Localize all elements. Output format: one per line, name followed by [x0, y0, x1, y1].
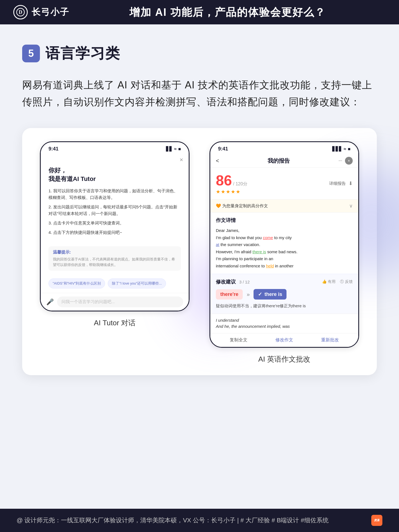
- description: 网易有道词典上线了 AI 对话和基于 AI 技术的英语作文批改功能，支持一键上传…: [22, 76, 377, 110]
- phone1-label: AI Tutor 对话: [94, 318, 135, 328]
- tutor-point3: 3. 点击卡片中任意英文单词可快捷查词。: [48, 220, 181, 226]
- logo-text: 长弓小子: [32, 6, 69, 18]
- close-icon[interactable]: ×: [180, 156, 183, 163]
- phone2-frame: 9:41 ▋▋▋ ≈ ■ < 我的报告 ···: [209, 141, 359, 348]
- mic-icon[interactable]: 🎤: [46, 298, 54, 306]
- expand-icon: ∨: [349, 203, 353, 209]
- highlight-held: held: [266, 264, 274, 268]
- correction-title: 修改建议: [216, 279, 236, 285]
- bottom-actions: 复制全文 修改作文 重新批改: [210, 333, 358, 347]
- warm-tip-text: 我的回答仅基于AI算法，不代表网易有道的观点。如果我的回答质量不佳，希望可以获得…: [53, 257, 177, 267]
- correction-header: 修改建议 3 / 12 👍 有用 ① 反馈: [216, 278, 353, 285]
- phone1-wrapper: 9:41 ▋▋ ≈ ■ × 你好， 我是有道AI Tutor: [35, 141, 194, 364]
- tutor-points: 1. 我可以回答你关于语言学习和使用的问题，如语法分析、句子润色、模糊查词、写作…: [48, 188, 181, 236]
- correction-section: 修改建议 3 / 12 👍 有用 ① 反馈 there're »: [210, 274, 358, 314]
- phone1-frame: 9:41 ▋▋ ≈ ■ × 你好， 我是有道AI Tutor: [40, 141, 190, 311]
- phone1-status-icons: ▋▋ ≈ ■: [166, 146, 181, 152]
- phone2-status-icons: ▋▋▋ ≈ ■: [332, 146, 351, 152]
- phone1-status-bar: 9:41 ▋▋ ≈ ■: [41, 142, 189, 154]
- tutor-hello: 你好，: [48, 166, 181, 175]
- phone1-close-area: ×: [41, 154, 189, 166]
- score-section: 86 / 120分 ★★★★★ 详细报告 ⬇: [210, 168, 358, 200]
- correct-word-text: there is: [264, 291, 282, 297]
- score-right: 详细报告 ⬇: [329, 180, 353, 186]
- footer-logo: 虎课: [371, 515, 382, 526]
- correction-count: 3 / 12: [239, 280, 250, 284]
- understand-line2: And he, the announcement implied, was: [216, 323, 353, 330]
- logo: D 长弓小子: [13, 5, 69, 19]
- footer-logo-text: 虎课: [374, 518, 380, 522]
- phone2-time: 9:41: [218, 146, 228, 152]
- copy-button[interactable]: 复制全文: [230, 337, 247, 343]
- phone-showcase: 9:41 ▋▋ ≈ ■ × 你好， 我是有道AI Tutor: [22, 128, 377, 375]
- correction-explanation: 疑似动词使用不当，建议将there're修正为there is: [216, 303, 353, 309]
- tutor-point4: 4. 点击下方的快捷问题快速开始提问吧~: [48, 229, 181, 236]
- personalized-text: 🧡 为您量身定制的高分作文: [216, 203, 268, 209]
- essay-line2: I'm glad to know that you come to my cit…: [216, 234, 353, 241]
- download-icon[interactable]: ⬇: [349, 180, 353, 186]
- svg-text:D: D: [19, 9, 22, 15]
- score-left: 86 / 120分 ★★★★★: [216, 172, 247, 195]
- phone2-label: AI 英语作文批改: [258, 354, 310, 364]
- footer-text: @ 设计师元尧：一线互联网大厂体验设计师，清华美院本硕，VX 公号：长弓小子 |…: [17, 516, 329, 525]
- tutor-point1: 1. 我可以回答你关于语言学习和使用的问题，如语法分析、句子润色、模糊查词、写作…: [48, 188, 181, 201]
- highlight-at: at: [216, 242, 219, 247]
- main-content: 5 语言学习类 网易有道词典上线了 AI 对话和基于 AI 技术的英语作文批改功…: [0, 24, 399, 392]
- score-stars: ★★★★★: [216, 189, 247, 195]
- wrong-word: there're: [216, 289, 243, 300]
- highlight-there-is: there is: [252, 249, 266, 254]
- feedback-button[interactable]: ① 反馈: [340, 279, 353, 284]
- phone2-content: < 我的报告 ··· × 86: [210, 154, 358, 347]
- essay-line1: Dear James,: [216, 227, 353, 234]
- category-number: 5: [22, 45, 40, 62]
- phone1-input-bar: 🎤 问我一个语言学习的问题吧...: [41, 293, 189, 311]
- essay-line5: I'm planning to participate in an: [216, 255, 353, 262]
- correct-word: ✓ there is: [254, 289, 287, 300]
- phone2-status-bar: 9:41 ▋▋▋ ≈ ■: [210, 142, 358, 154]
- understand-section: I understand And he, the announcement im…: [210, 314, 358, 333]
- personalized-bar[interactable]: 🧡 为您量身定制的高分作文 ∨: [210, 200, 358, 213]
- phone1-content: × 你好， 我是有道AI Tutor 1. 我可以回答你关于语言学习和使用的问题…: [41, 154, 189, 311]
- quick-buttons: "AIDS"和"HIV"到底有什么区别 除了"I love you"还可以用哪些…: [41, 274, 189, 293]
- more-icon[interactable]: ···: [339, 158, 342, 163]
- essay-detail: 作文详情 Dear James, I'm glad to know that y…: [210, 213, 358, 274]
- tutor-intro: 你好， 我是有道AI Tutor 1. 我可以回答你关于语言学习和使用的问题，如…: [41, 166, 189, 243]
- report-actions: ··· ×: [339, 157, 353, 165]
- understand-line1: I understand: [216, 317, 353, 324]
- phone1-time: 9:41: [48, 146, 58, 152]
- essay-section-title: 作文详情: [216, 217, 353, 224]
- essay-line4: However, I'm afraid there is some bad ne…: [216, 248, 353, 255]
- redo-button[interactable]: 重新批改: [321, 337, 339, 343]
- correction-actions: 👍 有用 ① 反馈: [322, 279, 353, 284]
- chat-input[interactable]: 问我一个语言学习的问题吧...: [57, 296, 183, 307]
- report-close-button[interactable]: ×: [345, 157, 353, 165]
- edit-button[interactable]: 修改作文: [275, 337, 293, 343]
- essay-text: Dear James, I'm glad to know that you co…: [216, 227, 353, 269]
- check-icon: ✓: [258, 291, 262, 297]
- correction-arrow-row: there're » ✓ there is: [216, 289, 353, 300]
- footer: @ 设计师元尧：一线互联网大厂体验设计师，清华美院本硕，VX 公号：长弓小子 |…: [0, 509, 399, 532]
- correction-title-area: 修改建议 3 / 12: [216, 278, 250, 285]
- warm-tip-title: 温馨提示:: [53, 250, 177, 255]
- logo-icon: D: [13, 5, 28, 19]
- essay-line6: international conference to held in anot…: [216, 262, 353, 270]
- tutor-subtitle: 我是有道AI Tutor: [48, 175, 181, 183]
- highlight-come: come: [263, 235, 273, 240]
- helpful-button[interactable]: 👍 有用: [322, 279, 336, 284]
- report-title: 我的报告: [268, 157, 290, 165]
- correction-arrow-icon: »: [247, 291, 250, 298]
- category-label: 语言学习类: [45, 44, 120, 63]
- report-header: < 我的报告 ··· ×: [210, 154, 358, 168]
- header: D 长弓小子 增加 AI 功能后，产品的体验会更好么？: [0, 0, 399, 24]
- essay-line3: at the summer vacation.: [216, 241, 353, 248]
- score-number: 86: [216, 172, 232, 188]
- phone2-wrapper: 9:41 ▋▋▋ ≈ ■ < 我的报告 ···: [205, 141, 364, 364]
- detail-report-button[interactable]: 详细报告: [329, 181, 346, 186]
- score-max: / 120分: [233, 181, 247, 186]
- warm-tip: 温馨提示: 我的回答仅基于AI算法，不代表网易有道的观点。如果我的回答质量不佳，…: [48, 246, 181, 271]
- quick-btn-2[interactable]: 除了"I love you"还可以用哪些...: [108, 278, 166, 288]
- quick-btn-1[interactable]: "AIDS"和"HIV"到底有什么区别: [48, 278, 105, 288]
- header-title: 增加 AI 功能后，产品的体验会更好么？: [69, 5, 386, 19]
- back-icon[interactable]: <: [216, 158, 219, 164]
- tutor-point2: 2. 发出问题后可以继续追问，每轮对话最多可问5个问题。点击"开始新对话"可结束…: [48, 204, 181, 217]
